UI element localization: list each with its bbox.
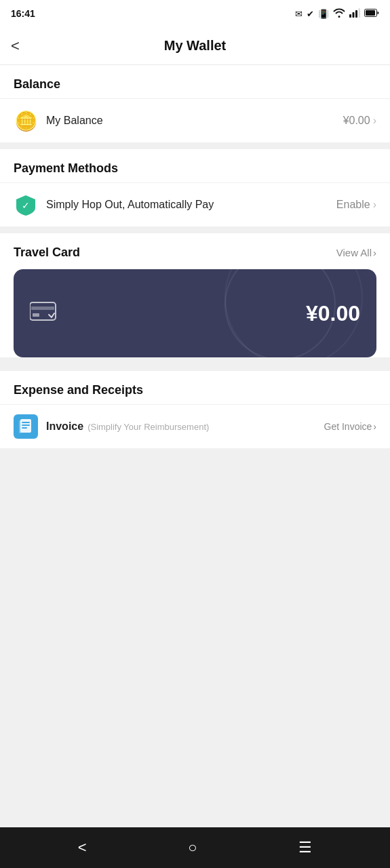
svg-rect-8 bbox=[31, 307, 54, 310]
main-content: Balance 🪙 My Balance ¥0.00 › Payment Met… bbox=[0, 65, 390, 827]
shield-icon: ✓ bbox=[14, 193, 38, 217]
status-bar: 16:41 ✉ ✔ 📳 bbox=[0, 0, 390, 27]
status-time: 16:41 bbox=[11, 8, 35, 19]
auto-pay-item[interactable]: ✓ Simply Hop Out, Automatically Pay Enab… bbox=[0, 182, 390, 226]
svg-rect-3 bbox=[359, 8, 361, 18]
android-back-button[interactable]: < bbox=[73, 833, 92, 862]
auto-pay-label: Simply Hop Out, Automatically Pay bbox=[46, 199, 336, 211]
svg-rect-1 bbox=[353, 12, 355, 18]
email-icon: ✉ bbox=[295, 9, 303, 19]
payment-methods-section: Payment Methods ✓ Simply Hop Out, Automa… bbox=[0, 149, 390, 226]
balance-section-title: Balance bbox=[0, 65, 390, 98]
svg-rect-11 bbox=[22, 422, 30, 423]
android-home-button[interactable]: ○ bbox=[182, 833, 202, 862]
svg-rect-5 bbox=[366, 10, 375, 16]
invoice-label: Invoice bbox=[46, 420, 83, 433]
vibrate-icon: 📳 bbox=[318, 9, 329, 19]
auto-pay-action: Enable bbox=[336, 199, 370, 211]
wifi-icon bbox=[333, 8, 345, 20]
get-invoice-label: Get Invoice bbox=[324, 421, 372, 432]
invoice-sublabel: (Simplify Your Reimbursement) bbox=[87, 422, 209, 432]
signal-icon bbox=[349, 8, 360, 20]
view-all-button[interactable]: View All › bbox=[336, 247, 376, 258]
view-all-label: View All bbox=[336, 247, 372, 258]
balance-label: My Balance bbox=[46, 115, 343, 127]
android-menu-button[interactable]: ☰ bbox=[293, 833, 317, 862]
check-icon: ✔ bbox=[307, 9, 314, 19]
travel-card-header: Travel Card View All › bbox=[0, 233, 390, 269]
expense-section-title: Expense and Receipts bbox=[0, 371, 390, 404]
get-invoice-chevron: › bbox=[373, 421, 376, 432]
status-icons: ✉ ✔ 📳 bbox=[295, 8, 379, 20]
auto-pay-chevron: › bbox=[373, 199, 376, 211]
svg-rect-2 bbox=[355, 10, 357, 18]
balance-section: Balance 🪙 My Balance ¥0.00 › bbox=[0, 65, 390, 142]
payment-methods-title: Payment Methods bbox=[0, 149, 390, 182]
svg-rect-12 bbox=[22, 425, 30, 426]
battery-icon bbox=[364, 9, 379, 19]
svg-rect-9 bbox=[33, 313, 39, 317]
top-nav: < My Wallet bbox=[0, 27, 390, 65]
svg-text:✓: ✓ bbox=[22, 200, 30, 211]
bottom-spacer bbox=[0, 455, 390, 591]
expense-section: Expense and Receipts Invoice (Simplify Y… bbox=[0, 371, 390, 448]
invoice-item[interactable]: Invoice (Simplify Your Reimbursement) Ge… bbox=[0, 404, 390, 448]
balance-chevron: › bbox=[373, 115, 376, 127]
get-invoice-button[interactable]: Get Invoice › bbox=[324, 421, 377, 432]
android-nav-bar: < ○ ☰ bbox=[0, 827, 390, 868]
svg-rect-0 bbox=[349, 14, 351, 18]
coin-icon: 🪙 bbox=[14, 108, 38, 133]
view-all-chevron: › bbox=[373, 247, 376, 258]
card-balance: ¥0.00 bbox=[306, 301, 360, 326]
invoice-text: Invoice (Simplify Your Reimbursement) bbox=[46, 420, 324, 433]
page-title: My Wallet bbox=[164, 38, 227, 54]
back-button[interactable]: < bbox=[11, 32, 25, 60]
svg-rect-13 bbox=[22, 427, 27, 429]
invoice-icon bbox=[14, 414, 38, 439]
balance-value: ¥0.00 bbox=[343, 115, 370, 127]
balance-item[interactable]: 🪙 My Balance ¥0.00 › bbox=[0, 98, 390, 142]
travel-card-title: Travel Card bbox=[14, 245, 80, 260]
card-icon bbox=[30, 301, 57, 326]
travel-card-section: Travel Card View All › ¥0.00 bbox=[0, 233, 390, 357]
travel-card-widget[interactable]: ¥0.00 bbox=[14, 269, 376, 357]
